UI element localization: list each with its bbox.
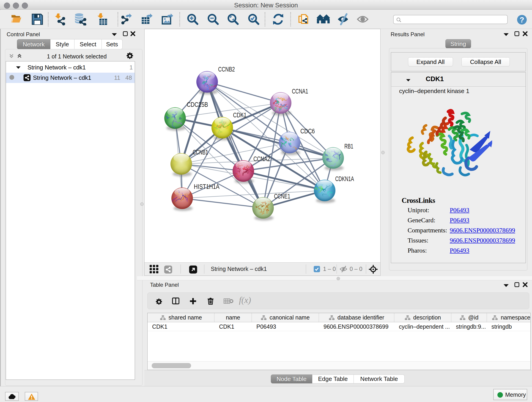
svg-text:CCNA1: CCNA1 [292,88,308,95]
svg-text:RB1: RB1 [344,143,353,150]
svg-text:CDK1: CDK1 [233,111,247,119]
svg-text:?: ? [520,16,524,24]
svg-text:CCNB2: CCNB2 [218,65,235,73]
svg-text:CCNE1: CCNE1 [274,192,290,200]
svg-text:CDC6: CDC6 [300,128,315,135]
svg-text:CCNB1: CCNB1 [193,148,208,156]
svg-text:HIST1H1A: HIST1H1A [194,183,220,190]
svg-text:CCNA2: CCNA2 [253,155,270,162]
svg-text:CDKN1A: CDKN1A [335,175,354,182]
svg-text:CDC25B: CDC25B [187,101,208,108]
